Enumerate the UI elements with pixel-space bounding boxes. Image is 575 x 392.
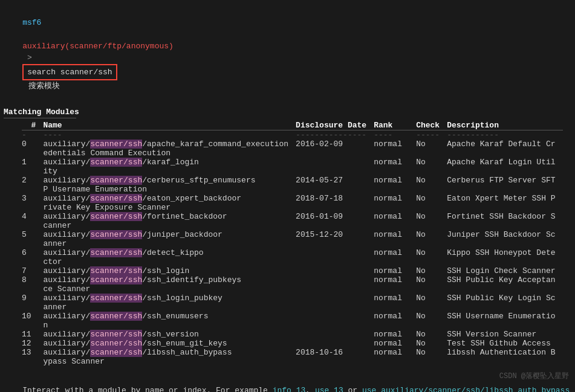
cell-name: auxiliary/scanner/ssh/juniper_backdooran… (43, 230, 296, 248)
cell-desc: Kippo SSH Honeypot Dete (447, 248, 562, 266)
cell-name: auxiliary/scanner/ssh/ssh_login_pubkeyan… (43, 294, 296, 312)
cell-date (296, 275, 374, 294)
cell-name: auxiliary/scanner/ssh/ssh_login (43, 266, 296, 275)
cell-rank: normal (374, 248, 416, 266)
cell-name: auxiliary/scanner/ssh/ssh_version (43, 330, 296, 339)
cell-check: No (416, 266, 447, 275)
cell-check: No (416, 339, 447, 348)
col-header-desc: Description (447, 121, 562, 130)
table-row: 3auxiliary/scanner/ssh/eaton_xpert_backd… (22, 194, 563, 212)
cell-rank: normal (374, 176, 416, 194)
table-row: 4auxiliary/scanner/ssh/fortinet_backdoor… (22, 212, 563, 230)
cell-num: 11 (22, 330, 43, 339)
cell-date (296, 266, 374, 275)
cell-desc: Test SSH Github Access (447, 339, 562, 348)
cell-desc: SSH Username Enumeratio (447, 312, 562, 330)
cell-desc: SSH Public Key Acceptan (447, 275, 562, 294)
cell-check: No (416, 312, 447, 330)
path-1: auxiliary(scanner/ftp/anonymous) (22, 42, 174, 51)
cell-rank: normal (374, 194, 416, 212)
cell-date (296, 312, 374, 330)
cell-desc: Cerberus FTP Server SFT (447, 176, 562, 194)
cell-num: 8 (22, 275, 43, 294)
cell-num: 10 (22, 312, 43, 330)
cell-num: 9 (22, 294, 43, 312)
cell-date: 2018-07-18 (296, 194, 374, 212)
cell-check: No (416, 275, 447, 294)
cell-date (296, 158, 374, 176)
results-table: # Name Disclosure Date Rank Check Descri… (22, 121, 563, 366)
cell-date: 2018-10-16 (296, 348, 374, 366)
cell-num: 13 (22, 348, 43, 366)
interact-use: use 13 (315, 386, 343, 392)
cell-desc: Juniper SSH Backdoor Sc (447, 230, 562, 248)
cell-rank: normal (374, 230, 416, 248)
interact-line: Interact with a module by name or index.… (4, 372, 571, 392)
cell-rank: normal (374, 158, 416, 176)
cell-date (296, 330, 374, 339)
cell-name: auxiliary/scanner/ssh/ssh_enum_git_keys (43, 339, 296, 348)
cell-num: 7 (22, 266, 43, 275)
cell-date (296, 294, 374, 312)
interact-link: use auxiliary/scanner/ssh/libssh_auth_by… (362, 386, 570, 392)
cell-check: No (416, 176, 447, 194)
cell-date: 2014-05-27 (296, 176, 374, 194)
col-header-num: # (22, 121, 43, 130)
cell-date: 2016-01-09 (296, 212, 374, 230)
cell-rank: normal (374, 275, 416, 294)
cell-rank: normal (374, 348, 416, 366)
col-header-date: Disclosure Date (296, 121, 374, 130)
col-header-name: Name (43, 121, 296, 130)
table-header-row: # Name Disclosure Date Rank Check Descri… (22, 121, 563, 130)
matching-title: Matching Modules (4, 108, 571, 117)
cell-name: auxiliary/scanner/ssh/libssh_auth_bypass… (43, 348, 296, 366)
watermark: CSDN @落樱坠入星野 (499, 371, 569, 381)
table-row: 8auxiliary/scanner/ssh/ssh_identify_pubk… (22, 275, 563, 294)
interact-mid: , (305, 386, 315, 392)
cell-name: auxiliary/scanner/ssh/apache_karaf_comma… (43, 140, 296, 158)
cell-num: 2 (22, 176, 43, 194)
cell-check: No (416, 230, 447, 248)
cell-name: auxiliary/scanner/ssh/ssh_identify_pubke… (43, 275, 296, 294)
cell-check: No (416, 248, 447, 266)
cell-name: auxiliary/scanner/ssh/detect_kippoctor (43, 248, 296, 266)
table-row: 1auxiliary/scanner/ssh/karaf_loginitynor… (22, 158, 563, 176)
table-row: 13auxiliary/scanner/ssh/libssh_auth_bypa… (22, 348, 563, 366)
cell-check: No (416, 140, 447, 158)
cell-rank: normal (374, 339, 416, 348)
cell-check: No (416, 158, 447, 176)
cell-num: 5 (22, 230, 43, 248)
cell-rank: normal (374, 330, 416, 339)
annotation-search: 搜索模块 (28, 82, 60, 91)
table-row: 9auxiliary/scanner/ssh/ssh_login_pubkeya… (22, 294, 563, 312)
col-header-check: Check (416, 121, 447, 130)
interact-or: or (343, 386, 362, 392)
cell-desc: SSH Public Key Login Sc (447, 294, 562, 312)
cell-rank: normal (374, 212, 416, 230)
cell-rank: normal (374, 266, 416, 275)
prompt-1: msf6 (22, 18, 41, 27)
cell-check: No (416, 194, 447, 212)
divider-1 (4, 118, 76, 118)
cell-desc: Apache Karaf Login Util (447, 158, 562, 176)
cell-name: auxiliary/scanner/ssh/ssh_enumusersn (43, 312, 296, 330)
cell-num: 6 (22, 248, 43, 266)
cell-date: 2015-12-20 (296, 230, 374, 248)
cell-desc: SSH Login Check Scanner (447, 266, 562, 275)
cell-check: No (416, 330, 447, 339)
col-header-rank: Rank (374, 121, 416, 130)
cell-rank: normal (374, 294, 416, 312)
cell-date (296, 339, 374, 348)
cell-num: 12 (22, 339, 43, 348)
cell-date: 2016-02-09 (296, 140, 374, 158)
table-row: 0auxiliary/scanner/ssh/apache_karaf_comm… (22, 140, 563, 158)
table-divider-row: - ---- --------------- ---- ----- ------… (22, 130, 563, 140)
cell-num: 1 (22, 158, 43, 176)
cell-num: 0 (22, 140, 43, 158)
cell-desc: Eaton Xpert Meter SSH P (447, 194, 562, 212)
table-row: 11auxiliary/scanner/ssh/ssh_versionnorma… (22, 330, 563, 339)
cell-check: No (416, 348, 447, 366)
terminal-container: msf6 auxiliary(scanner/ftp/anonymous) > … (4, 5, 571, 392)
table-row: 12auxiliary/scanner/ssh/ssh_enum_git_key… (22, 339, 563, 348)
table-row: 7auxiliary/scanner/ssh/ssh_loginnormalNo… (22, 266, 563, 275)
